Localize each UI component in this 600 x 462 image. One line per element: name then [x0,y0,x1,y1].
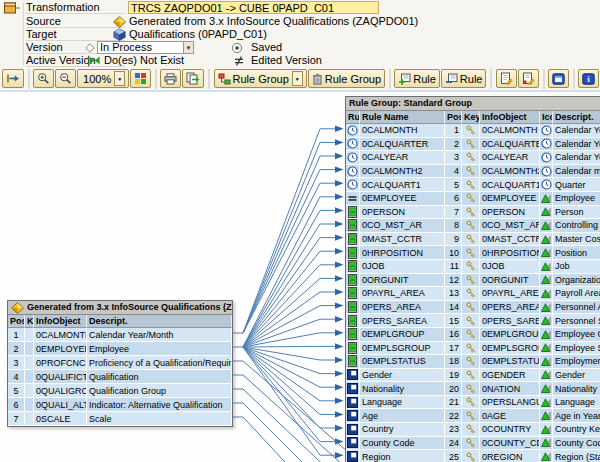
change-rule-button[interactable] [496,69,517,88]
rule-table-row[interactable]: 0PERSON70PERSONPerson [346,206,600,220]
time-rule-icon[interactable] [346,165,360,179]
rule-table-row[interactable]: 0MAST_CCTR90MAST_CCTRMaster Cost C [346,233,600,247]
column-header-description: Descript. [87,315,232,328]
zoom-in-button[interactable] [33,69,54,88]
characteristic-icon [540,301,553,315]
rule-table-row[interactable]: 0EMPLSGROUP170EMPLSGROUPEmployee Sub [346,342,600,356]
time-rule-icon[interactable] [346,124,360,138]
routine-rule-icon[interactable] [346,369,360,383]
characteristic-icon [540,246,553,260]
rule-group-create-button[interactable]: Rule Group ▼ [214,69,307,88]
rule-pos: 5 [445,178,462,192]
masterdata-rule-icon[interactable] [346,246,360,260]
masterdata-rule-icon[interactable] [346,274,360,288]
source-table-row[interactable]: 10CALMONTHCalendar Year/Month [8,328,232,342]
time-rule-icon[interactable] [346,151,360,165]
masterdata-rule-icon[interactable] [346,301,360,315]
source-description: Proficiency of a Qualification/Requireme… [87,356,232,370]
routine-rule-icon[interactable] [346,382,360,396]
masterdata-rule-icon[interactable] [346,342,360,356]
rule-table-row[interactable]: 0ORGUNIT120ORGUNITOrganizational [346,274,600,288]
routine-rule-icon[interactable] [346,423,360,437]
version-row: Version In Process ▼ Saved [0,41,600,54]
rule-name: Gender [360,369,445,383]
rule-group-delete-button[interactable]: Rule Group [308,69,385,88]
rule-table-row[interactable]: Language210PERSLANGULanguage [346,396,600,410]
dropdown-icon[interactable]: ▼ [292,71,303,86]
source-infoobject: 0QUALI_ALT [34,398,87,412]
source-table-row[interactable]: 70SCALEScale [8,412,232,426]
target-row: Target Qualifications (0PAPD_C01) [0,28,600,41]
masterdata-rule-icon[interactable] [346,287,360,301]
rule-table-row[interactable]: 0PERS_AREA140PERS_AREAPersonnel Are [346,301,600,315]
rule-table-row[interactable]: 0CALYEAR30CALYEARCalendar Year [346,151,600,165]
rule-name: 0CALQUART1 [360,178,445,192]
source-table-row[interactable]: 30PROFCNCYProficiency of a Qualification… [8,356,232,370]
dropdown-icon[interactable]: ▼ [114,71,125,86]
routine-rule-icon[interactable] [346,450,360,462]
transformation-field[interactable]: TRCS ZAQPDO01 -> CUBE 0PAPD_C01 [128,1,379,14]
exit-button[interactable] [2,69,24,88]
rule-table-row[interactable]: 0CALQUART150CALQUART1Quarter [346,178,600,192]
rule-group-title-text: Rule Group: Standard Group [349,97,472,110]
rule-table-row[interactable]: 0CALMONTH10CALMONTHCalendar Year [346,124,600,138]
source-table-row[interactable]: 60QUALI_ALTIndicator: Alternative Qualif… [8,398,232,412]
time-rule-icon[interactable] [346,138,360,152]
rule-table-row[interactable]: 0CALQUARTER20CALQUARTERCalendar Year [346,138,600,152]
masterdata-rule-icon[interactable] [346,233,360,247]
source-key [25,328,34,342]
zoom-out-button[interactable] [55,69,76,88]
rule-table-row[interactable]: Gender190GENDERGender [346,369,600,383]
rule-name: 0EMPLOYEE [360,192,445,206]
rule-name: 0MAST_CCTR [360,233,445,247]
routine-rule-icon[interactable] [346,437,360,451]
rule-table-row[interactable]: 0PAYRL_AREA130PAYRL_AREAPayroll Area [346,287,600,301]
characteristic-icon [540,382,553,396]
masterdata-rule-icon[interactable] [346,355,360,369]
version-select[interactable]: In Process ▼ [97,41,194,54]
source-table-row[interactable]: 20EMPLOYEEEmployee [8,342,232,356]
time-rule-icon[interactable] [346,178,360,192]
rule-table-row[interactable]: 0PERS_SAREA150PERS_SAREAPersonnel Sub [346,314,600,328]
rule-table-row[interactable]: 0CALMONTH240CALMONTH2Calendar mont [346,165,600,179]
direct-assign-icon[interactable] [346,192,360,206]
rule-table-row[interactable]: 0EMPLOYEE60EMPLOYEEEmployee [346,192,600,206]
export-button[interactable] [182,69,204,88]
source-table-row[interactable]: 40QUALIFICTNQualification [8,370,232,384]
info-button[interactable]: i [578,69,599,88]
column-header-icon: Icon [540,111,553,124]
dropdown-icon[interactable]: ▼ [183,42,193,53]
masterdata-rule-icon[interactable] [346,206,360,220]
masterdata-rule-icon[interactable] [346,314,360,328]
zoom-level-select[interactable]: 100% ▼ [77,69,129,88]
rule-table-row[interactable]: 0EMPLGROUP160EMPLGROUPEmployee Gro [346,328,600,342]
characteristic-icon [540,314,553,328]
routine-rule-icon[interactable] [346,409,360,423]
display-options-button[interactable] [130,69,151,88]
rule-table-row[interactable]: 0CO_MST_AR80CO_MST_ARControlling Are [346,219,600,233]
characteristic-icon [540,233,553,247]
source-infoobject: 0QUALIGROUP [34,384,87,398]
source-table-row[interactable]: 50QUALIGROUPQualification Group [8,384,232,398]
key-icon [462,165,480,179]
rule-table-row[interactable]: Country230COUNTRYCountry Key [346,423,600,437]
source-row: Source Generated from 3.x InfoSource Qua… [0,15,600,28]
rule-table-row[interactable]: 0HRPOSITION100HRPOSITIONPosition [346,246,600,260]
masterdata-rule-icon[interactable] [346,219,360,233]
column-header-infoobject: InfoObject [480,111,540,124]
routine-rule-icon[interactable] [346,396,360,410]
rule-table-row[interactable]: Region250REGIONRegion (State, [346,450,600,462]
rule-table-row[interactable]: Nationality200NATIONNationality [346,382,600,396]
rule-infoobject: 0JOB [480,260,540,274]
layout-button[interactable] [548,69,569,88]
change-all-rules-button[interactable] [518,69,539,88]
rule-create-button[interactable]: Rule [394,69,440,88]
rule-table-row[interactable]: County Code240COUNTY_CDECounty Code [346,437,600,451]
masterdata-rule-icon[interactable] [346,260,360,274]
print-button[interactable] [160,69,181,88]
rule-table-row[interactable]: 0EMPLSTATUS180EMPLSTATUSEmployment St [346,355,600,369]
rule-table-row[interactable]: Age220AGEAge in Years [346,409,600,423]
rule-table-row[interactable]: 0JOB110JOBJob [346,260,600,274]
rule-delete-button[interactable]: Rule [441,69,487,88]
masterdata-rule-icon[interactable] [346,328,360,342]
